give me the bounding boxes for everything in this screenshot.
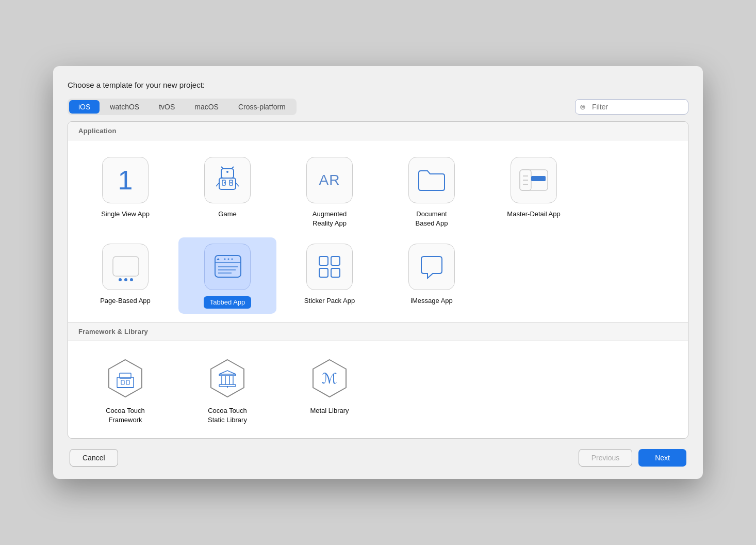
page-based-icon-wrap bbox=[102, 244, 149, 290]
svg-point-7 bbox=[224, 182, 226, 183]
master-detail-icon bbox=[516, 165, 552, 196]
tabbed-icon bbox=[211, 251, 244, 282]
imessage-icon bbox=[416, 251, 447, 282]
sticker-icon bbox=[314, 251, 345, 282]
document-based-app-label: DocumentBased App bbox=[416, 210, 448, 228]
page-based-icon bbox=[109, 251, 142, 282]
ar-icon: AR bbox=[319, 172, 340, 188]
svg-rect-13 bbox=[531, 176, 546, 181]
metal-library-icon-wrap: ℳ bbox=[309, 358, 350, 399]
svg-rect-39 bbox=[126, 380, 129, 384]
template-single-view-app[interactable]: 1 Single View App bbox=[76, 151, 174, 233]
cocoa-library-icon-wrap bbox=[207, 358, 248, 399]
template-document-based-app[interactable]: DocumentBased App bbox=[383, 151, 481, 233]
page-based-app-label: Page-Based App bbox=[100, 296, 151, 306]
cocoa-library-icon bbox=[207, 358, 248, 399]
template-augmented-reality-app[interactable]: AR AugmentedReality App bbox=[281, 151, 379, 233]
svg-rect-32 bbox=[319, 268, 328, 277]
ar-icon-wrap: AR bbox=[306, 157, 353, 203]
template-metal-library[interactable]: ℳ Metal Library bbox=[281, 351, 379, 430]
master-detail-app-label: Master-Detail App bbox=[507, 210, 560, 219]
framework-section: Framework & Library bbox=[68, 322, 688, 438]
single-view-app-label: Single View App bbox=[101, 210, 150, 219]
svg-line-3 bbox=[221, 167, 223, 169]
sticker-icon-wrap bbox=[306, 244, 353, 290]
dialog-title: Choose a template for your new project: bbox=[68, 81, 688, 89]
template-sticker-pack-app[interactable]: Sticker Pack App bbox=[281, 237, 379, 314]
svg-point-18 bbox=[119, 278, 122, 281]
game-label: Game bbox=[218, 210, 236, 219]
tab-row: iOS watchOS tvOS macOS Cross-platform ⊜ bbox=[68, 99, 688, 115]
svg-rect-0 bbox=[221, 169, 234, 178]
cocoa-touch-framework-label: Cocoa TouchFramework bbox=[106, 406, 145, 425]
imessage-app-label: iMessage App bbox=[410, 296, 453, 306]
svg-rect-33 bbox=[331, 268, 340, 277]
metal-library-label: Metal Library bbox=[310, 406, 349, 415]
template-content-area: Application 1 Single View App bbox=[68, 121, 688, 439]
cancel-button[interactable]: Cancel bbox=[70, 449, 118, 467]
tab-bar: iOS watchOS tvOS macOS Cross-platform bbox=[68, 99, 297, 115]
imessage-icon-wrap bbox=[408, 244, 455, 290]
svg-text:ℳ: ℳ bbox=[322, 371, 337, 387]
application-section-header: Application bbox=[68, 122, 688, 140]
svg-marker-40 bbox=[211, 360, 244, 397]
template-master-detail-app[interactable]: Master-Detail App bbox=[485, 151, 583, 233]
svg-rect-17 bbox=[113, 257, 139, 276]
tab-macos[interactable]: macOS bbox=[185, 100, 228, 114]
bottom-bar: Cancel Previous Next bbox=[68, 449, 688, 467]
tabbed-icon-wrap bbox=[204, 244, 251, 290]
folder-icon bbox=[416, 166, 447, 194]
svg-rect-43 bbox=[219, 374, 236, 376]
application-templates-grid: 1 Single View App bbox=[68, 140, 688, 323]
tab-cross-platform[interactable]: Cross-platform bbox=[229, 100, 295, 114]
tab-tvos[interactable]: tvOS bbox=[150, 100, 184, 114]
sticker-pack-app-label: Sticker Pack App bbox=[304, 296, 355, 306]
svg-line-4 bbox=[232, 167, 234, 169]
tab-ios[interactable]: iOS bbox=[69, 100, 100, 114]
svg-rect-30 bbox=[319, 257, 328, 265]
template-imessage-app[interactable]: iMessage App bbox=[383, 237, 481, 314]
svg-rect-1 bbox=[219, 178, 236, 189]
svg-rect-31 bbox=[331, 257, 340, 265]
new-project-dialog: Choose a template for your new project: … bbox=[53, 66, 703, 479]
master-detail-icon-wrap bbox=[511, 157, 557, 203]
metal-library-icon: ℳ bbox=[309, 358, 350, 399]
svg-point-29 bbox=[231, 258, 233, 260]
template-cocoa-touch-static-library[interactable]: Cocoa TouchStatic Library bbox=[178, 351, 276, 430]
svg-point-2 bbox=[226, 171, 228, 173]
tabbed-app-label: Tabbed App bbox=[204, 296, 252, 309]
svg-point-28 bbox=[227, 258, 229, 260]
svg-rect-42 bbox=[219, 384, 236, 387]
next-button[interactable]: Next bbox=[638, 449, 686, 467]
previous-button[interactable]: Previous bbox=[579, 449, 632, 467]
svg-rect-38 bbox=[121, 380, 124, 384]
framework-section-header: Framework & Library bbox=[68, 323, 688, 341]
filter-input[interactable] bbox=[575, 99, 688, 115]
svg-rect-35 bbox=[117, 377, 134, 388]
folder-icon-wrap bbox=[408, 157, 455, 203]
template-tabbed-app[interactable]: Tabbed App bbox=[178, 237, 276, 314]
template-game[interactable]: Game bbox=[178, 151, 276, 233]
cocoa-framework-icon bbox=[105, 358, 146, 399]
cocoa-touch-static-library-label: Cocoa TouchStatic Library bbox=[208, 406, 247, 425]
filter-wrap: ⊜ bbox=[575, 99, 688, 115]
cocoa-framework-icon-wrap bbox=[105, 358, 146, 399]
ar-label: AugmentedReality App bbox=[313, 210, 347, 228]
game-icon-wrap bbox=[204, 157, 251, 203]
svg-point-27 bbox=[224, 258, 225, 260]
template-page-based-app[interactable]: Page-Based App bbox=[76, 237, 174, 314]
svg-point-20 bbox=[130, 278, 133, 281]
game-icon bbox=[212, 165, 243, 196]
number1-icon: 1 bbox=[118, 165, 133, 196]
template-cocoa-touch-framework[interactable]: Cocoa TouchFramework bbox=[76, 351, 174, 430]
tab-watchos[interactable]: watchOS bbox=[101, 100, 149, 114]
svg-point-8 bbox=[231, 182, 232, 183]
svg-point-19 bbox=[124, 278, 127, 281]
nav-buttons: Previous Next bbox=[579, 449, 686, 467]
svg-marker-26 bbox=[217, 258, 220, 260]
single-view-app-icon-wrap: 1 bbox=[102, 157, 149, 203]
framework-templates-grid: Cocoa TouchFramework bbox=[68, 341, 688, 438]
